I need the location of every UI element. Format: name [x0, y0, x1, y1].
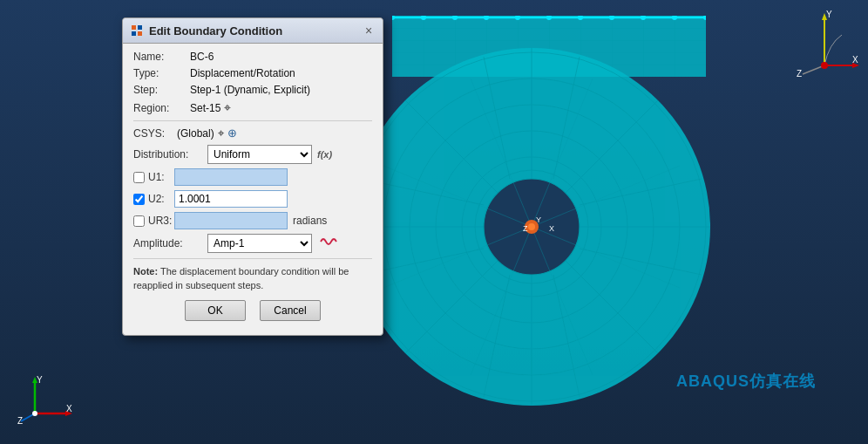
svg-text:Z: Z [523, 224, 528, 233]
cancel-button[interactable]: Cancel [260, 300, 321, 321]
svg-text:Y: Y [536, 215, 541, 224]
mesh-circle: Y X Z [349, 44, 715, 410]
svg-text:X: X [852, 55, 858, 65]
separator-1 [133, 120, 372, 121]
region-value-container: Set-15 ⌖ [190, 100, 231, 115]
radians-label: radians [293, 215, 327, 227]
watermark: ABAQUS仿真在线 [676, 371, 816, 392]
step-label: Step: [133, 84, 190, 96]
ok-button[interactable]: OK [185, 300, 246, 321]
csys-row: CSYS: (Global) ⌖ ⊕ [133, 126, 372, 140]
step-row: Step: Step-1 (Dynamic, Explicit) [133, 84, 372, 96]
csys-cursor-icon[interactable]: ⌖ [218, 126, 224, 140]
name-row: Name: BC-6 [133, 51, 372, 63]
region-label: Region: [133, 102, 190, 114]
type-label: Type: [133, 67, 190, 79]
ur3-input[interactable] [174, 212, 288, 229]
dialog-title-icon [130, 24, 144, 38]
amplitude-row: Amplitude: Amp-1 [133, 234, 372, 253]
type-value: Displacement/Rotation [190, 67, 295, 79]
amplitude-wave-icon [319, 235, 338, 252]
name-value: BC-6 [190, 51, 214, 63]
u2-checkbox[interactable] [133, 194, 145, 205]
fx-button[interactable]: f(x) [317, 149, 332, 160]
svg-rect-76 [138, 31, 142, 36]
dialog-titlebar: Edit Boundary Condition × [123, 18, 383, 44]
type-row: Type: Displacement/Rotation [133, 67, 372, 79]
svg-point-72 [32, 411, 37, 416]
svg-rect-75 [132, 31, 136, 36]
name-label: Name: [133, 51, 190, 63]
dialog-title-left: Edit Boundary Condition [130, 24, 282, 38]
region-cursor-icon[interactable]: ⌖ [224, 100, 231, 115]
note-section: Note: The displacement boundary conditio… [133, 264, 372, 293]
distribution-label: Distribution: [133, 148, 207, 161]
svg-text:Y: Y [826, 10, 832, 19]
u2-label[interactable]: U2: [148, 193, 174, 205]
separator-2 [133, 258, 372, 259]
svg-text:Y: Y [37, 375, 43, 385]
axis-indicator-bottom-left: Y X Z [17, 374, 78, 427]
u2-row: U2: [133, 190, 372, 208]
ur3-checkbox[interactable] [133, 215, 145, 227]
svg-line-61 [803, 65, 824, 74]
note-content: The displacement boundary condition will… [133, 266, 349, 290]
close-button[interactable]: × [362, 24, 376, 38]
dialog-buttons: OK Cancel [133, 300, 372, 328]
u2-input[interactable] [174, 190, 288, 208]
amplitude-select[interactable]: Amp-1 [207, 234, 312, 253]
csys-datum-icon[interactable]: ⊕ [227, 126, 237, 140]
axis-indicator-top-right: Y X Z [790, 9, 859, 79]
svg-text:X: X [549, 224, 554, 233]
svg-point-51 [528, 223, 535, 230]
u1-label[interactable]: U1: [148, 171, 174, 183]
csys-value: (Global) [177, 127, 214, 140]
note-text: Note: The displacement boundary conditio… [133, 266, 349, 290]
region-row: Region: Set-15 ⌖ [133, 100, 372, 115]
ur3-label[interactable]: UR3: [148, 215, 174, 227]
svg-text:X: X [66, 404, 72, 413]
svg-rect-73 [132, 25, 136, 30]
svg-point-63 [821, 62, 828, 69]
distribution-row: Distribution: Uniform f(x) [133, 145, 372, 164]
svg-text:Z: Z [17, 416, 23, 426]
step-value: Step-1 (Dynamic, Explicit) [190, 84, 310, 96]
dialog-body: Name: BC-6 Type: Displacement/Rotation S… [123, 44, 383, 335]
csys-label: CSYS: [133, 127, 177, 140]
watermark-text: ABAQUS仿真在线 [676, 372, 816, 390]
note-label: Note: [133, 266, 158, 277]
u1-input[interactable] [174, 168, 288, 186]
u1-row: U1: [133, 168, 372, 186]
amplitude-label: Amplitude: [133, 237, 207, 249]
svg-text:Z: Z [797, 69, 802, 79]
u1-checkbox[interactable] [133, 172, 145, 183]
region-value: Set-15 [190, 102, 220, 114]
dialog-title-text: Edit Boundary Condition [149, 24, 282, 38]
distribution-select[interactable]: Uniform [207, 145, 312, 164]
ur3-row: UR3: radians [133, 212, 372, 229]
csys-icons-container: ⌖ ⊕ [218, 126, 237, 140]
dialog-edit-boundary-condition: Edit Boundary Condition × Name: BC-6 Typ… [122, 17, 383, 336]
svg-rect-74 [138, 25, 142, 30]
